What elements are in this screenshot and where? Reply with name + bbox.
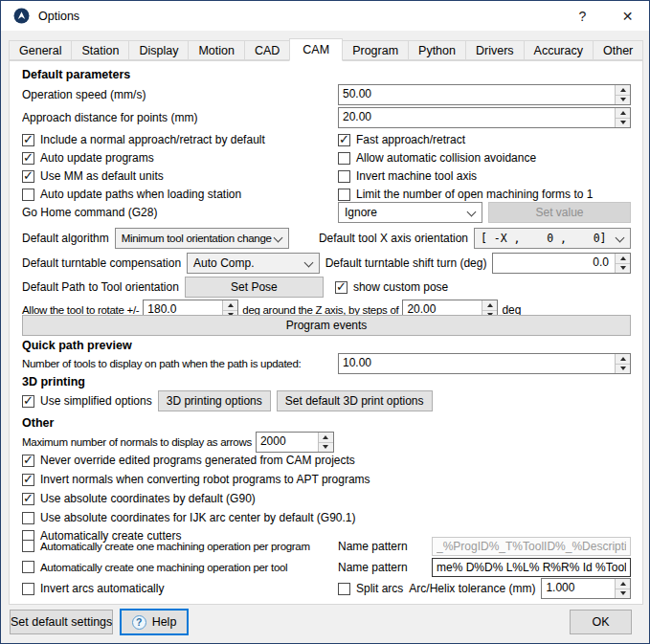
default-algorithm-label: Default algorithm [22,232,109,245]
tab-display[interactable]: Display [128,40,189,60]
checkbox-never-override[interactable] [22,455,34,467]
spin-up-icon[interactable] [616,108,630,118]
window-title: Options [38,10,79,23]
tab-motion[interactable]: Motion [188,40,245,60]
spin-down-icon[interactable] [616,263,630,274]
tab-general[interactable]: General [9,40,72,60]
checkbox-collision-avoidance[interactable] [338,152,350,165]
section-quick-path-preview: Quick path preview [22,339,132,352]
tool-x-axis-label: Default tool X axis orientation [319,232,468,245]
spin-up-icon[interactable] [319,433,333,442]
spin-up-icon[interactable] [482,300,497,310]
max-normals-label: Maximum number of normals to display as … [22,436,252,448]
path-to-tool-label: Default Path to Tool orientation [22,280,179,294]
approach-distance-label: Approach distance for points (mm) [22,111,197,124]
chevron-down-icon [274,234,282,243]
tab-bar: General Station Display Motion CAD CAM P… [9,38,642,60]
help-icon: ? [132,615,146,630]
help-button[interactable]: ? Help [120,609,189,635]
tab-program[interactable]: Program [342,40,409,60]
name-pattern-tool-input[interactable] [432,558,631,577]
tools-on-path-spinner[interactable]: 10.00 [338,353,631,374]
spin-up-icon[interactable] [616,354,630,364]
options-dialog: Options ? ✕ General Station Display Moti… [0,0,650,644]
3d-printing-options-button[interactable]: 3D printing options [158,390,271,411]
name-pattern-label: Name pattern [338,561,426,574]
titlebar-help-button[interactable]: ? [561,1,604,31]
checkbox-absolute-g901[interactable] [22,512,34,524]
close-icon[interactable]: ✕ [606,1,649,31]
tab-drivers[interactable]: Drivers [465,40,525,60]
chevron-down-icon [304,259,313,268]
checkbox-auto-update-programs[interactable] [22,152,34,165]
arc-tolerance-label: Arc/Helix tolerance (mm) [409,582,535,595]
spin-up-icon[interactable] [616,579,630,588]
spin-up-icon[interactable] [223,300,237,310]
name-pattern-label: Name pattern [338,540,426,553]
spin-up-icon[interactable] [616,254,630,263]
checkbox-split-arcs[interactable] [338,583,350,595]
spin-down-icon[interactable] [616,118,630,128]
approach-distance-spinner[interactable]: 20.00 [338,107,631,128]
go-home-dropdown[interactable]: Ignore [338,202,482,223]
turntable-shift-spinner[interactable]: 0.0 [492,253,631,274]
cam-tab-page: Default parameters Operation speed (mm/s… [9,60,643,605]
checkbox-fast-approach[interactable] [338,134,350,146]
chevron-down-icon [467,209,476,217]
checkbox-normal-approach[interactable] [22,134,34,146]
turntable-comp-dropdown[interactable]: Auto Comp. [187,253,320,274]
checkbox-absolute-g90[interactable] [22,493,34,505]
spin-down-icon[interactable] [616,364,630,374]
tab-cad[interactable]: CAD [244,40,290,60]
checkbox-show-custom-pose[interactable] [335,281,347,294]
tool-x-axis-dropdown[interactable]: [ -X , 0 , 0] [474,228,631,249]
set-value-button: Set value [488,202,631,223]
spin-down-icon[interactable] [616,588,630,599]
operation-speed-spinner[interactable]: 50.00 [338,84,631,105]
default-algorithm-dropdown[interactable]: Minimum tool orientation change [115,228,289,249]
tab-python[interactable]: Python [408,40,466,60]
set-pose-button[interactable]: Set Pose [185,277,324,298]
checkbox-auto-update-paths[interactable] [22,189,34,201]
go-home-label: Go Home command (G28) [22,206,157,219]
tab-other[interactable]: Other [593,40,643,60]
chevron-down-icon [616,234,624,243]
ok-button[interactable]: OK [570,610,632,634]
tab-accuracy[interactable]: Accuracy [524,40,594,60]
tab-cam[interactable]: CAM [289,38,343,61]
tab-station[interactable]: Station [71,40,129,60]
spin-down-icon[interactable] [616,95,630,105]
spin-up-icon[interactable] [616,85,630,95]
checkbox-limit-forms[interactable] [338,189,350,201]
turntable-comp-label: Default turntable compensation [22,256,181,270]
name-pattern-program-input [432,537,631,556]
checkbox-operation-per-tool[interactable] [22,561,34,573]
titlebar: Options ? ✕ [1,1,649,31]
set-default-3d-print-button[interactable]: Set default 3D print options [277,390,433,411]
section-3d-printing: 3D printing [22,375,85,389]
operation-speed-label: Operation speed (mm/s) [22,88,146,101]
checkbox-invert-machine-axis[interactable] [338,170,350,183]
checkbox-invert-normals[interactable] [22,474,34,486]
section-default-parameters: Default parameters [22,68,130,81]
checkbox-invert-arcs[interactable] [22,583,34,595]
arc-tolerance-spinner[interactable]: 1.000 [541,578,631,599]
checkbox-use-mm[interactable] [22,170,34,183]
app-logo-icon [13,8,30,24]
checkbox-operation-per-program[interactable] [22,540,34,552]
program-events-button[interactable]: Program events [22,315,631,336]
tools-on-path-label: Number of tools to display on path when … [22,358,301,369]
set-default-settings-button[interactable]: Set default settings [10,610,113,634]
checkbox-use-simplified-options[interactable] [22,395,34,408]
turntable-shift-label: Default turntable shift turn (deg) [325,256,487,270]
section-other: Other [22,416,54,430]
